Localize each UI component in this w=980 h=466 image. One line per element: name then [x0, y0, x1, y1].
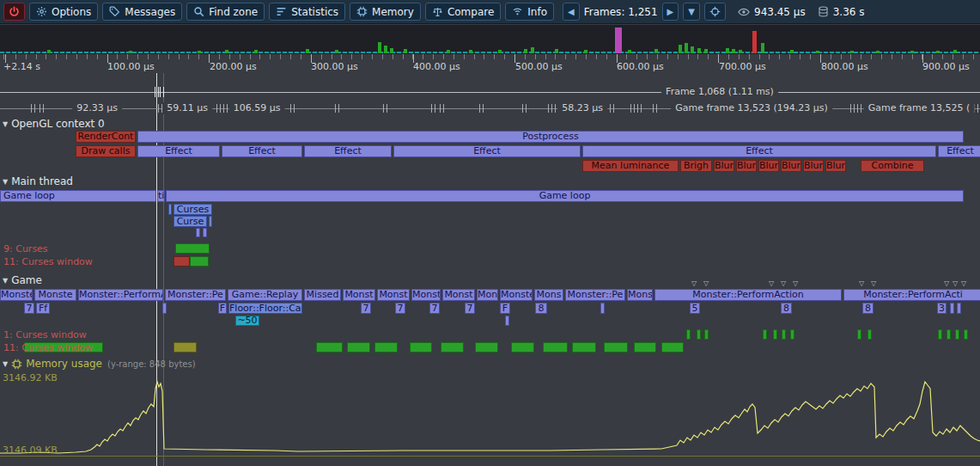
- frame-mark[interactable]: [216, 104, 221, 113]
- histogram-bar[interactable]: [704, 49, 708, 53]
- histogram-bar[interactable]: [390, 48, 393, 53]
- zone-7[interactable]: 7: [24, 303, 34, 314]
- frame-mark[interactable]: [223, 104, 228, 113]
- zone[interactable]: [347, 342, 370, 353]
- frames-row[interactable]: Frame 1,068 (1.11 ms): [0, 86, 980, 98]
- frame-mark[interactable]: [548, 104, 552, 113]
- zone[interactable]: [572, 342, 596, 353]
- zone[interactable]: [175, 243, 210, 254]
- options-button[interactable]: Options: [29, 3, 98, 21]
- zone[interactable]: [957, 303, 961, 314]
- zone[interactable]: [441, 342, 464, 353]
- zone-curse[interactable]: Curse: [173, 216, 207, 227]
- zone[interactable]: [173, 256, 190, 267]
- zone-blur[interactable]: Blur: [758, 160, 779, 172]
- histogram-bar[interactable]: [555, 49, 558, 53]
- zone-monste[interactable]: Monste: [0, 289, 33, 301]
- histogram-bar[interactable]: [685, 43, 688, 53]
- frame-label[interactable]: 106.59 μs: [229, 102, 285, 114]
- zone[interactable]: [964, 329, 968, 340]
- histogram-bar[interactable]: [498, 50, 502, 53]
- next-frame-button[interactable]: ▶: [662, 3, 679, 21]
- histogram-bar[interactable]: [335, 50, 338, 53]
- section-memory-usage[interactable]: ▼Memory usage(y-range: 848 bytes): [3, 358, 196, 370]
- frame-mark[interactable]: [610, 104, 614, 113]
- histogram-bar[interactable]: [524, 49, 527, 53]
- zone-50[interactable]: ~50: [235, 316, 259, 326]
- histogram-bar[interactable]: [679, 45, 682, 53]
- histogram-bar[interactable]: [953, 50, 957, 53]
- zone-game-loop[interactable]: Game loop: [0, 190, 156, 202]
- zone-rendercont[interactable]: RenderCont: [76, 131, 136, 143]
- frame-label[interactable]: 58.23 μs: [557, 102, 607, 114]
- histogram-bar[interactable]: [129, 51, 132, 53]
- collapsed-zone-marker[interactable]: ▽: [871, 280, 876, 287]
- zone-effect[interactable]: Effect: [222, 145, 302, 157]
- zone-monster-performacti[interactable]: Monster::PerformActi: [843, 289, 980, 301]
- zone[interactable]: [661, 342, 684, 353]
- memory-chart[interactable]: [0, 370, 980, 463]
- collapsed-zone-marker[interactable]: ▽: [961, 280, 966, 287]
- histogram-bar[interactable]: [469, 50, 472, 53]
- zone-monst[interactable]: Monst: [411, 289, 441, 301]
- compare-button[interactable]: Compare: [425, 3, 501, 21]
- histogram-bar[interactable]: [254, 50, 258, 53]
- zone-blur[interactable]: Blur: [781, 160, 801, 172]
- frame-mark[interactable]: [431, 104, 435, 113]
- zone[interactable]: [543, 342, 568, 353]
- frame-label[interactable]: 59.11 μs: [162, 102, 212, 114]
- zone-effect[interactable]: Effect: [393, 145, 581, 157]
- zone-5[interactable]: 5: [690, 303, 700, 314]
- zone[interactable]: [209, 216, 212, 227]
- zone[interactable]: [475, 342, 498, 353]
- zone-effect[interactable]: Effect: [137, 145, 220, 157]
- collapse-icon[interactable]: ▼: [3, 360, 8, 368]
- zone-monst[interactable]: Monst: [377, 289, 410, 301]
- find-zone-button[interactable]: Find zone: [186, 3, 265, 21]
- collapse-icon[interactable]: ▼: [3, 178, 8, 186]
- frame-label[interactable]: Game frame 13,523 (194.23 μs): [671, 102, 832, 114]
- frame-mark[interactable]: [522, 104, 527, 113]
- zone[interactable]: [196, 228, 200, 237]
- zone-7[interactable]: 7: [395, 303, 405, 314]
- zone-monst[interactable]: Monst: [477, 289, 498, 301]
- histogram-bar[interactable]: [691, 46, 694, 53]
- histogram-bar[interactable]: [726, 48, 729, 53]
- frame-mark[interactable]: [479, 104, 484, 113]
- collapsed-zone-marker[interactable]: ▽: [691, 280, 697, 287]
- zone[interactable]: [950, 303, 954, 314]
- zone[interactable]: [782, 329, 786, 340]
- histogram-bar[interactable]: [790, 50, 794, 53]
- zone-mean-luminance[interactable]: Mean luminance: [582, 160, 679, 172]
- zone-8[interactable]: 8: [781, 303, 792, 314]
- histogram-bar[interactable]: [584, 50, 587, 53]
- zone-8[interactable]: 8: [535, 303, 547, 314]
- histogram-bar[interactable]: [225, 50, 228, 53]
- zone-curses[interactable]: Curses: [173, 204, 212, 215]
- collapsed-zone-marker[interactable]: ▽: [769, 280, 774, 287]
- frame-mark[interactable]: [974, 104, 978, 113]
- zone-f[interactable]: F: [218, 303, 227, 314]
- histogram-bar[interactable]: [850, 51, 854, 53]
- zone[interactable]: [634, 342, 656, 353]
- zone[interactable]: [511, 342, 534, 353]
- zone-monst[interactable]: Monst: [442, 289, 475, 301]
- zone-missed[interactable]: Missed: [304, 289, 341, 301]
- zone-mons[interactable]: Mons: [534, 289, 563, 301]
- focus-frame-button[interactable]: [704, 3, 726, 21]
- frame-mark[interactable]: [637, 104, 642, 113]
- histogram-bar[interactable]: [198, 51, 201, 53]
- frame-histogram[interactable]: [0, 25, 980, 54]
- zone[interactable]: [955, 329, 959, 340]
- histogram-bar[interactable]: [447, 50, 450, 53]
- collapsed-zone-marker[interactable]: ▽: [944, 280, 949, 287]
- histogram-bar[interactable]: [384, 46, 387, 53]
- zone-mons[interactable]: Mons: [627, 289, 653, 301]
- zone[interactable]: [697, 329, 701, 340]
- collapsed-zone-marker[interactable]: ▽: [953, 280, 958, 287]
- zone-combine[interactable]: Combine: [861, 160, 924, 172]
- frame-label[interactable]: Game frame 13,525 (: [864, 102, 975, 114]
- histogram-bar[interactable]: [378, 42, 381, 53]
- histogram-bar[interactable]: [910, 51, 914, 53]
- zone-blur[interactable]: Blur: [803, 160, 824, 172]
